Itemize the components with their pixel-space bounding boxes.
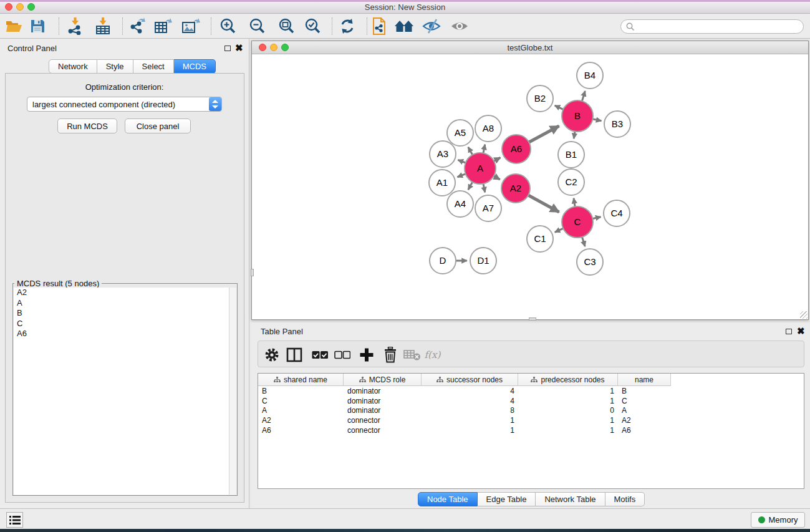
show-eye-icon[interactable] bbox=[449, 17, 470, 36]
tab-style[interactable]: Style bbox=[97, 59, 133, 74]
cell-name[interactable]: B bbox=[618, 387, 671, 395]
graph-node-A8[interactable]: A8 bbox=[475, 115, 501, 142]
cell-mcds-role[interactable]: dominator bbox=[344, 387, 422, 395]
zoom-out-icon[interactable] bbox=[247, 17, 268, 36]
close-panel-icon[interactable]: ✖ bbox=[235, 44, 243, 52]
graph-node-C4[interactable]: C4 bbox=[604, 200, 630, 226]
cell-successor-nodes[interactable]: 4 bbox=[422, 387, 518, 395]
graph-node-B4[interactable]: B4 bbox=[577, 62, 603, 89]
graph-node-C3[interactable]: C3 bbox=[577, 249, 603, 275]
cell-shared-name[interactable]: A6 bbox=[258, 426, 344, 435]
memory-button[interactable]: Memory bbox=[751, 512, 805, 528]
table-row[interactable]: B dominator 4 1 B bbox=[258, 386, 804, 396]
tab-network-table[interactable]: Network Table bbox=[536, 492, 605, 506]
zoom-selected-icon[interactable] bbox=[302, 17, 324, 36]
result-item[interactable]: A6 bbox=[14, 329, 229, 339]
column-header-predecessor-nodes[interactable]: predecessor nodes bbox=[518, 374, 618, 386]
import-network-icon[interactable] bbox=[64, 17, 85, 36]
tab-select[interactable]: Select bbox=[133, 59, 174, 74]
cell-predecessor-nodes[interactable]: 0 bbox=[518, 406, 618, 415]
node-table[interactable]: shared name MCDS role successor nodes pr… bbox=[258, 373, 804, 489]
task-list-button[interactable] bbox=[6, 512, 23, 528]
export-network-icon[interactable] bbox=[127, 17, 148, 36]
window-resize-corner-grip[interactable] bbox=[800, 311, 808, 319]
select-all-checkboxes-icon[interactable] bbox=[310, 346, 330, 364]
hide-eye-icon[interactable] bbox=[421, 17, 442, 36]
graph-node-C1[interactable]: C1 bbox=[527, 226, 553, 252]
network-window-titlebar[interactable]: testGlobe.txt bbox=[252, 41, 808, 54]
mcds-result-list[interactable]: A2 A B C A6 bbox=[14, 288, 229, 495]
cell-successor-nodes[interactable]: 8 bbox=[422, 406, 518, 415]
cell-predecessor-nodes[interactable]: 1 bbox=[518, 426, 618, 435]
result-item[interactable]: B bbox=[14, 308, 229, 319]
float-panel-icon[interactable] bbox=[224, 46, 231, 51]
cell-shared-name[interactable]: A2 bbox=[258, 416, 344, 425]
column-header-mcds-role[interactable]: MCDS role bbox=[344, 374, 422, 386]
graph-node-D1[interactable]: D1 bbox=[470, 248, 496, 274]
cell-name[interactable]: C bbox=[618, 397, 671, 405]
cell-mcds-role[interactable]: connector bbox=[344, 416, 422, 425]
window-resize-grip[interactable] bbox=[251, 269, 254, 276]
settings-gear-icon[interactable] bbox=[262, 346, 282, 364]
open-folder-icon[interactable] bbox=[3, 17, 24, 36]
delete-table-icon[interactable] bbox=[402, 346, 422, 364]
cell-shared-name[interactable]: C bbox=[258, 397, 344, 405]
graph-node-C2[interactable]: C2 bbox=[558, 169, 584, 195]
column-header-name[interactable]: name bbox=[618, 374, 671, 386]
run-mcds-button[interactable]: Run MCDS bbox=[57, 118, 117, 133]
cell-successor-nodes[interactable]: 1 bbox=[422, 426, 518, 435]
tab-mcds[interactable]: MCDS bbox=[174, 59, 216, 74]
network-canvas[interactable]: AA1A2A3A4A5A6A7A8BB1B2B3B4CC1C2C3C4DD1 bbox=[252, 54, 808, 319]
cell-shared-name[interactable]: B bbox=[258, 387, 344, 395]
graph-node-A4[interactable]: A4 bbox=[447, 191, 473, 217]
graph-node-A5[interactable]: A5 bbox=[447, 120, 473, 146]
cell-name[interactable]: A6 bbox=[618, 426, 671, 435]
cell-successor-nodes[interactable]: 1 bbox=[422, 416, 518, 425]
edge-A2-C[interactable] bbox=[527, 195, 559, 212]
toolbar-search-field[interactable] bbox=[620, 19, 804, 34]
float-table-panel-icon[interactable] bbox=[786, 329, 792, 334]
tab-node-table[interactable]: Node Table bbox=[418, 492, 478, 506]
cell-predecessor-nodes[interactable]: 1 bbox=[518, 416, 618, 425]
cell-successor-nodes[interactable]: 4 bbox=[422, 397, 518, 405]
optimization-criterion-dropdown[interactable]: largest connected component (directed) bbox=[27, 97, 222, 112]
cell-mcds-role[interactable]: connector bbox=[344, 426, 422, 435]
zoom-in-icon[interactable] bbox=[218, 17, 239, 36]
close-panel-button[interactable]: Close panel bbox=[125, 118, 191, 133]
table-row[interactable]: A dominator 8 0 A bbox=[258, 406, 804, 416]
graph-node-B2[interactable]: B2 bbox=[527, 85, 553, 112]
zoom-fit-icon[interactable] bbox=[276, 17, 297, 36]
search-input[interactable] bbox=[637, 22, 803, 31]
graph-node-A[interactable]: A bbox=[465, 153, 496, 184]
close-table-panel-icon[interactable]: ✖ bbox=[797, 327, 805, 335]
graph-node-C[interactable]: C bbox=[562, 206, 593, 238]
window-resize-grip[interactable] bbox=[529, 317, 536, 321]
cell-predecessor-nodes[interactable]: 1 bbox=[518, 397, 618, 405]
cell-name[interactable]: A2 bbox=[618, 416, 671, 425]
tab-network[interactable]: Network bbox=[49, 59, 97, 74]
cell-predecessor-nodes[interactable]: 1 bbox=[518, 387, 618, 395]
home-icon[interactable] bbox=[393, 17, 415, 36]
graph-node-B3[interactable]: B3 bbox=[604, 111, 630, 137]
result-item[interactable]: A bbox=[14, 298, 229, 309]
cell-name[interactable]: A bbox=[618, 406, 671, 415]
save-icon[interactable] bbox=[27, 17, 48, 36]
graph-node-A2[interactable]: A2 bbox=[501, 174, 530, 203]
graph-node-B[interactable]: B bbox=[562, 100, 593, 132]
edge-A6-B[interactable] bbox=[528, 126, 559, 143]
tab-motifs[interactable]: Motifs bbox=[605, 492, 645, 506]
result-list-scrollbar[interactable] bbox=[229, 288, 236, 495]
tab-edge-table[interactable]: Edge Table bbox=[478, 492, 536, 506]
result-item[interactable]: A2 bbox=[14, 288, 229, 298]
cell-mcds-role[interactable]: dominator bbox=[344, 397, 422, 405]
graph-node-B1[interactable]: B1 bbox=[558, 142, 584, 168]
graph-node-A7[interactable]: A7 bbox=[475, 195, 501, 221]
refresh-icon[interactable] bbox=[337, 17, 358, 36]
graph-node-A3[interactable]: A3 bbox=[430, 141, 456, 167]
network-graph[interactable]: AA1A2A3A4A5A6A7A8BB1B2B3B4CC1C2C3C4DD1 bbox=[252, 54, 808, 319]
column-header-shared-name[interactable]: shared name bbox=[258, 374, 344, 386]
export-table-icon[interactable] bbox=[153, 17, 174, 36]
delete-trash-icon[interactable] bbox=[380, 346, 400, 364]
network-from-document-icon[interactable] bbox=[369, 17, 390, 36]
add-column-icon[interactable] bbox=[357, 346, 377, 364]
